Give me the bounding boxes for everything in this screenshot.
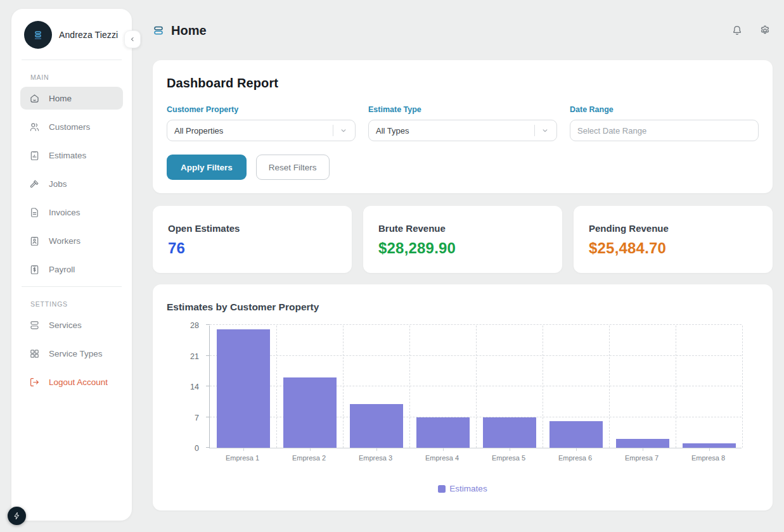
sidebar-collapse-button[interactable] — [124, 30, 141, 48]
gridline-vertical — [742, 326, 743, 448]
open-estimates-card: Open Estimates 76 — [153, 206, 352, 273]
x-axis-tick — [510, 448, 510, 451]
app-screen: Andreza Tiezzi MAINHomeCustomersEstimate… — [0, 0, 784, 532]
sidebar-item-jobs[interactable]: Jobs — [20, 172, 123, 195]
x-axis-tick — [709, 448, 710, 451]
payroll-icon — [29, 263, 41, 276]
customer-property-select[interactable]: All Properties — [167, 120, 356, 141]
sidebar-item-logout-account[interactable]: Logout Account — [20, 370, 123, 393]
date-range-input[interactable] — [570, 120, 759, 141]
stat-label: Pending Revenue — [589, 223, 757, 234]
hammer-icon — [29, 178, 41, 190]
x-axis-label: Empresa 6 — [542, 454, 608, 462]
sidebar-item-estimates[interactable]: Estimates — [20, 144, 123, 167]
chevron-left-icon — [129, 35, 136, 43]
sidebar: Andreza Tiezzi MAINHomeCustomersEstimate… — [11, 9, 132, 521]
x-axis-label: Empresa 3 — [342, 454, 409, 462]
select-divider — [333, 125, 333, 136]
stat-label: Open Estimates — [168, 223, 337, 234]
y-axis-label: 7 — [195, 414, 199, 422]
estimate-type-label: Estimate Type — [368, 105, 557, 114]
estimates-chart-card: Estimates by Customer Property 07142128 … — [153, 284, 773, 510]
sidebar-divider — [22, 60, 122, 60]
sidebar-item-label: Estimates — [49, 151, 86, 160]
reset-filters-button[interactable]: Reset Filters — [256, 155, 330, 180]
lightning-bolt-icon — [12, 511, 22, 521]
stat-value: $28,289.90 — [378, 239, 547, 257]
bell-icon — [731, 24, 743, 37]
bar-empresa-6 — [549, 421, 603, 448]
sidebar-divider — [22, 286, 122, 287]
stat-label: Brute Revenue — [378, 223, 547, 234]
bar-empresa-3 — [350, 404, 403, 448]
gridline-vertical — [609, 326, 610, 448]
topbar: Home — [153, 16, 773, 44]
estimate-type-field: Estimate Type All Types — [368, 105, 557, 141]
sidebar-item-label: Services — [49, 320, 82, 330]
gridline-vertical — [276, 326, 277, 448]
lightning-badge[interactable] — [8, 507, 26, 525]
apply-filters-button[interactable]: Apply Filters — [167, 155, 247, 180]
topbar-actions — [729, 23, 773, 38]
notifications-button[interactable] — [729, 23, 745, 38]
select-divider — [534, 125, 535, 136]
y-axis-tick — [206, 355, 210, 356]
sidebar-item-services[interactable]: Services — [20, 314, 123, 336]
stack-icon — [29, 319, 41, 331]
bar-empresa-5 — [483, 417, 536, 448]
logout-icon — [29, 376, 41, 388]
sidebar-item-payroll[interactable]: Payroll — [20, 258, 123, 281]
bar-empresa-4 — [416, 417, 470, 448]
sidebar-item-service-types[interactable]: Service Types — [20, 342, 123, 365]
sidebar-item-label: Service Types — [49, 349, 103, 358]
chart-legend[interactable]: Estimates — [153, 484, 773, 493]
grid-icon — [29, 348, 41, 360]
gridline-horizontal — [210, 324, 742, 325]
sidebar-nav: MAINHomeCustomersEstimatesJobsInvoicesWo… — [11, 60, 132, 393]
chart-y-axis: 07142128 — [170, 326, 205, 448]
home-icon — [29, 92, 41, 104]
x-axis-tick — [376, 448, 377, 451]
customer-property-label: Customer Property — [167, 105, 356, 114]
settings-button[interactable] — [757, 23, 773, 38]
x-axis-label: Empresa 8 — [675, 454, 742, 462]
sidebar-item-customers[interactable]: Customers — [20, 115, 123, 138]
section-label-main: MAIN — [30, 73, 132, 81]
clipboard-chart-icon — [29, 149, 41, 162]
bar-empresa-8 — [683, 443, 736, 448]
y-axis-label: 14 — [190, 383, 199, 391]
x-axis-tick — [576, 448, 577, 451]
pending-revenue-card: Pending Revenue $25,484.70 — [574, 206, 773, 273]
date-range-field: Date Range — [570, 105, 759, 141]
id-badge-icon — [29, 235, 41, 247]
page-title: Home — [171, 23, 207, 38]
x-axis-label: Empresa 5 — [475, 454, 542, 462]
y-axis-label: 28 — [190, 321, 199, 330]
user-profile[interactable]: Andreza Tiezzi — [11, 9, 132, 60]
gridline-vertical — [543, 326, 543, 448]
sidebar-item-home[interactable]: Home — [20, 87, 123, 110]
invoice-icon — [29, 206, 41, 218]
x-axis-tick — [243, 448, 244, 451]
stat-value: $25,484.70 — [589, 239, 757, 257]
company-logo-avatar — [24, 21, 52, 49]
sidebar-item-label: Logout Account — [49, 377, 108, 387]
gear-icon — [759, 24, 771, 37]
date-range-label: Date Range — [570, 105, 759, 114]
y-axis-tick — [206, 386, 210, 386]
y-axis-tick — [206, 324, 210, 325]
bar-empresa-7 — [616, 439, 669, 448]
customer-property-value: All Properties — [174, 126, 223, 136]
stats-row: Open Estimates 76 Brute Revenue $28,289.… — [153, 206, 773, 273]
chart-title: Estimates by Customer Property — [167, 301, 319, 313]
users-icon — [29, 121, 41, 133]
sidebar-item-invoices[interactable]: Invoices — [20, 201, 123, 224]
estimate-type-select[interactable]: All Types — [368, 120, 557, 141]
sidebar-item-workers[interactable]: Workers — [20, 229, 123, 252]
sidebar-item-label: Workers — [49, 236, 80, 246]
gridline-vertical — [409, 326, 410, 448]
x-axis-label: Empresa 1 — [209, 454, 276, 462]
sidebar-item-label: Customers — [49, 122, 90, 132]
page-stack-icon — [153, 25, 164, 36]
filter-fields: Customer Property All Properties Estimat… — [153, 105, 773, 141]
